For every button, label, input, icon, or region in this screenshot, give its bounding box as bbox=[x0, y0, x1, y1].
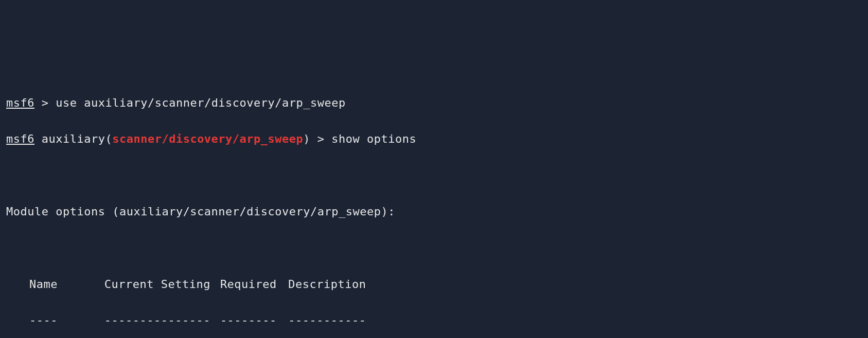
header-setting: Current Setting bbox=[104, 275, 220, 293]
command-text: use auxiliary/scanner/discovery/arp_swee… bbox=[56, 96, 346, 109]
prompt-line-2: msf6 auxiliary(scanner/discovery/arp_swe… bbox=[6, 130, 862, 148]
module-context: scanner/discovery/arp_sweep bbox=[112, 132, 303, 145]
header-description: Description bbox=[288, 275, 697, 293]
module-header: Module options (auxiliary/scanner/discov… bbox=[6, 202, 862, 221]
prompt-prefix: msf6 bbox=[6, 132, 34, 145]
header-required: Required bbox=[220, 275, 288, 293]
prompt-line-1: msf6 > use auxiliary/scanner/discovery/a… bbox=[6, 94, 862, 112]
table-header-row: NameCurrent SettingRequiredDescription bbox=[6, 275, 862, 293]
table-header-underline: -------------------------------------- bbox=[6, 311, 862, 329]
command-text: show options bbox=[331, 132, 416, 145]
terminal-output[interactable]: msf6 > use auxiliary/scanner/discovery/a… bbox=[6, 76, 862, 338]
header-name: Name bbox=[29, 275, 104, 293]
prompt-prefix: msf6 bbox=[6, 96, 34, 109]
